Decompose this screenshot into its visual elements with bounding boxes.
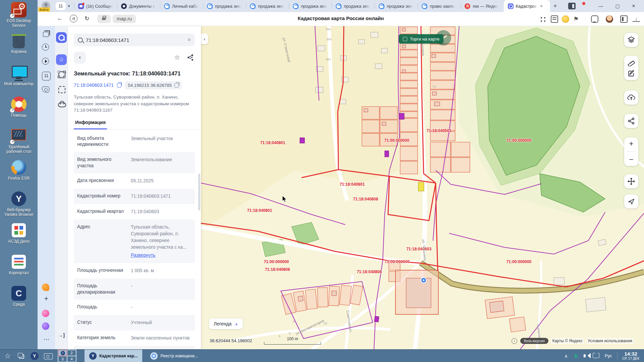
- workspace-cell[interactable]: 2: [67, 350, 76, 356]
- browser-tab[interactable]: право заклю: [418, 0, 461, 12]
- display-status-icon[interactable]: [591, 351, 601, 361]
- cadastral-map[interactable]: 71:18:04080171:00:00000071:18:04050171:0…: [201, 26, 644, 349]
- history-icon[interactable]: [42, 44, 49, 51]
- checkbox-icon[interactable]: [403, 37, 407, 41]
- search-value[interactable]: 71:18:040603:1471: [86, 37, 184, 43]
- bookmark-flag-icon[interactable]: [573, 15, 581, 23]
- add-panel-icon[interactable]: +: [42, 294, 51, 303]
- extensions-grid-icon[interactable]: [540, 16, 546, 22]
- terms-link[interactable]: Условия использования: [587, 338, 633, 344]
- site-security-pill[interactable]: [97, 15, 111, 23]
- share-map-button[interactable]: [624, 114, 638, 128]
- messenger-dot-icon[interactable]: [42, 310, 49, 317]
- task-button[interactable]: Реестр извещени...: [146, 350, 203, 362]
- yandex-taskbar-icon[interactable]: [29, 351, 40, 361]
- area-select-icon[interactable]: [56, 84, 67, 95]
- workspace-pager[interactable]: 2 3 4: [58, 350, 76, 362]
- coordinates-pill[interactable]: 54.198215 36.626785: [125, 81, 182, 89]
- close-window-button[interactable]: ×: [630, 3, 637, 9]
- desktop-icon[interactable]: Помощь: [0, 97, 38, 128]
- tabs-count-icon[interactable]: 11: [42, 72, 51, 80]
- copy-icon[interactable]: [117, 83, 121, 87]
- workspace-cell[interactable]: 4: [67, 356, 76, 362]
- edit-icon[interactable]: [627, 69, 635, 77]
- legend-toggle[interactable]: Легенда ▲: [209, 318, 243, 329]
- ruler-icon[interactable]: [627, 58, 635, 66]
- browser-tab[interactable]: продажа зем: [289, 0, 332, 12]
- tab-counter[interactable]: 11 ▼: [56, 2, 71, 10]
- locate-button[interactable]: [624, 194, 638, 208]
- share-icon[interactable]: [186, 53, 195, 62]
- reload-button[interactable]: ↻: [85, 15, 89, 22]
- desktop-icon[interactable]: Среда: [0, 286, 38, 317]
- browser-tab[interactable]: продажа зем: [203, 0, 246, 12]
- maximize-button[interactable]: ▢: [614, 3, 621, 9]
- search-input[interactable]: 71:18:040603:1471 ×: [74, 34, 195, 46]
- desktop-icon[interactable]: Мой компьютер: [0, 65, 38, 97]
- copy-icon[interactable]: [174, 83, 179, 87]
- panel-scrollbar[interactable]: [198, 174, 200, 210]
- favorites-button[interactable]: ☆: [56, 54, 67, 65]
- alice-icon[interactable]: [42, 284, 49, 291]
- clock[interactable]: 14:32 СР, 17 ДЕК: [620, 351, 644, 361]
- workspace-1-current[interactable]: [58, 350, 67, 356]
- more-options-icon[interactable]: ⋯: [42, 335, 51, 344]
- layers-button[interactable]: [624, 33, 638, 47]
- desktop-icon[interactable]: Удалённый рабочий стол: [0, 128, 38, 160]
- volume-icon[interactable]: [581, 351, 591, 361]
- yandex-home-icon[interactable]: Я: [70, 15, 77, 22]
- side-panel-icon[interactable]: [568, 3, 576, 9]
- browser-tab[interactable]: продажа зем: [246, 0, 289, 12]
- chat-icon[interactable]: [591, 15, 598, 23]
- nspd-app-icon[interactable]: [56, 32, 67, 43]
- downloads-icon[interactable]: ↓: [633, 15, 640, 22]
- cloud-icon[interactable]: [56, 99, 67, 109]
- info-icon[interactable]: i: [512, 338, 517, 344]
- rewards-coin-icon[interactable]: [562, 15, 569, 23]
- user-avatar-icon[interactable]: [606, 15, 613, 23]
- minimize-button[interactable]: —: [597, 3, 604, 9]
- tab-count-pill[interactable]: 11: [56, 2, 66, 10]
- video-icon[interactable]: [42, 58, 49, 65]
- screenshot-icon[interactable]: [42, 86, 49, 93]
- desktop-icon[interactable]: Корзина: [0, 34, 38, 65]
- kaspersky-icon[interactable]: k: [571, 351, 581, 361]
- address-bar[interactable]: map.ru: [113, 15, 136, 23]
- desktop-icon[interactable]: Firefox ESR: [0, 160, 38, 191]
- tab-information[interactable]: Информация: [74, 120, 107, 129]
- panel-back-button[interactable]: ‹: [74, 52, 86, 64]
- browser-tab[interactable]: продажа зем: [375, 0, 418, 12]
- login-badge[interactable]: Войти: [38, 7, 50, 12]
- desktop-icon[interactable]: Веб-браузер Yandex Browser: [0, 191, 38, 223]
- browser-tab[interactable]: Документы н: [117, 0, 160, 12]
- workspace-cell[interactable]: 3: [58, 356, 67, 362]
- cadastral-number-link[interactable]: 71:18:040603:1471: [74, 83, 114, 88]
- browser-tab[interactable]: продажа зем: [332, 0, 375, 12]
- tabs-panel-icon[interactable]: [620, 15, 628, 23]
- clear-search-icon[interactable]: ×: [187, 37, 191, 43]
- pan-button[interactable]: [624, 174, 638, 188]
- desktop-icon[interactable]: Корпортал: [0, 254, 38, 286]
- polygon-select-icon[interactable]: [56, 69, 67, 80]
- browser-tab[interactable]: Кадастров ×: [504, 0, 550, 12]
- auctions-on-map-toggle[interactable]: Торги на карте: [399, 34, 443, 44]
- upload-button[interactable]: [624, 90, 638, 105]
- file-manager-icon[interactable]: [42, 351, 54, 361]
- collections-icon[interactable]: [42, 30, 51, 39]
- tray-expand-icon[interactable]: ∧: [561, 351, 571, 361]
- browser-tab[interactable]: Личный каби: [160, 0, 203, 12]
- browser-tab[interactable]: пкк — Яндек: [461, 0, 503, 12]
- favorites-taskbar-icon[interactable]: ☆: [2, 351, 13, 361]
- favorite-star-icon[interactable]: ☆: [173, 53, 181, 62]
- desktop-icon[interactable]: EOS Desktop Service: [0, 2, 38, 34]
- services-dot-icon[interactable]: [42, 322, 49, 330]
- zoom-in-button[interactable]: +: [624, 137, 638, 150]
- collapse-panel-button[interactable]: ‹: [201, 34, 208, 44]
- back-button[interactable]: ←: [57, 15, 63, 22]
- browser-tab[interactable]: (1k) Сообщен: [74, 0, 117, 12]
- zoom-out-button[interactable]: −: [624, 153, 638, 166]
- windows-list-icon[interactable]: [15, 351, 27, 361]
- expand-link[interactable]: Развернуть: [131, 252, 192, 259]
- new-tab-button[interactable]: +: [550, 2, 560, 10]
- close-icon[interactable]: ×: [539, 3, 543, 9]
